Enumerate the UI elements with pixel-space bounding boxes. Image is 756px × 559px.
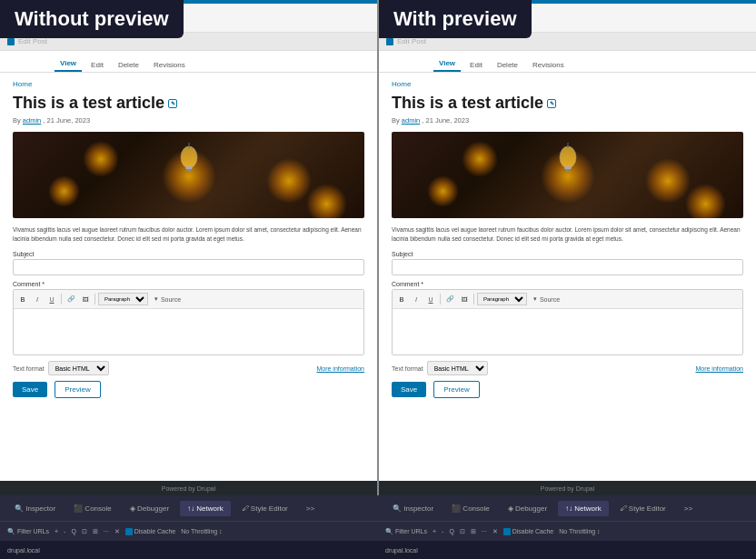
meta-date-left: , 21 June, 2023 xyxy=(43,116,90,125)
devtools-tab-more-left[interactable]: >> xyxy=(299,501,322,516)
article-meta-left: By admin , 21 June, 2023 xyxy=(13,116,364,125)
toolbar-image-right[interactable]: 🖼 xyxy=(458,293,471,305)
tab-delete-right[interactable]: Delete xyxy=(492,58,523,72)
tab-revisions-left[interactable]: Revisions xyxy=(148,58,191,72)
preview-button-left[interactable]: Preview xyxy=(55,381,100,398)
comment-textarea-right[interactable] xyxy=(393,309,742,354)
article-body-left: Vivamus sagittis lacus vel augue laoreet… xyxy=(13,225,364,244)
devtools-tab-console-left[interactable]: ⬛ Console xyxy=(66,501,119,516)
subject-input-right[interactable] xyxy=(392,259,743,275)
cache-checkbox-left xyxy=(125,528,133,535)
devtools-toolbar-left: 🔍 Filter URLs + - Q ⊡ ⊞ ··· ✕ Disable Ca… xyxy=(0,521,378,541)
toolbar-image-left[interactable]: 🖼 xyxy=(79,293,92,305)
filter-url-btn-right[interactable]: 🔍 Filter URLs xyxy=(385,528,427,535)
svg-rect-5 xyxy=(564,166,571,169)
article-meta-right: By admin , 21 June, 2023 xyxy=(392,116,743,125)
devtools-tab-network-left[interactable]: ↑↓ Network xyxy=(180,501,231,516)
toolbar-underline-right[interactable]: U xyxy=(424,293,437,305)
subject-label-right: Subject xyxy=(392,251,743,257)
devtools-tab-more-right[interactable]: >> xyxy=(677,501,700,516)
breadcrumb-right[interactable]: Home xyxy=(392,80,743,88)
svg-rect-1 xyxy=(185,166,192,169)
text-format-select-left[interactable]: Basic HTML xyxy=(48,361,109,375)
article-image-right xyxy=(392,132,743,218)
devtools-minus-right[interactable]: - xyxy=(442,528,443,534)
subject-input-left[interactable] xyxy=(13,259,364,275)
toolbar-bold-right[interactable]: B xyxy=(395,293,408,305)
wp-tabs-left: View Edit Delete Revisions xyxy=(0,51,377,73)
tab-revisions-right[interactable]: Revisions xyxy=(527,58,570,72)
preview-button-right[interactable]: Preview xyxy=(433,381,479,398)
throttle-toggle-left[interactable]: No Throttling ↕ xyxy=(181,528,222,534)
toolbar-sep2-left xyxy=(94,294,95,304)
devtools-tab-inspector-right[interactable]: 🔍 Inspector xyxy=(385,501,441,516)
devtools-more-right[interactable]: ··· xyxy=(482,528,487,534)
more-info-link-left[interactable]: More information xyxy=(316,365,364,372)
meta-date-right: , 21 June, 2023 xyxy=(422,116,469,125)
article-body-right: Vivamus sagittis lacus vel augue laoreet… xyxy=(392,225,743,244)
toolbar-source-left[interactable]: Source xyxy=(164,293,177,305)
tab-view-left[interactable]: View xyxy=(55,56,82,72)
devtools-minus-left[interactable]: - xyxy=(64,528,65,534)
devtools-search-left[interactable]: Q xyxy=(71,528,75,534)
tab-view-right[interactable]: View xyxy=(433,56,461,72)
devtools-expand-left[interactable]: ⊞ xyxy=(93,528,98,535)
format-select-left[interactable]: Paragraph xyxy=(98,293,148,305)
devtools-tab-console-right[interactable]: ⬛ Console xyxy=(444,501,497,516)
disable-cache-toggle-right[interactable]: Disable Cache xyxy=(503,528,554,535)
save-button-right[interactable]: Save xyxy=(392,382,426,397)
toolbar-link-left[interactable]: 🔗 xyxy=(65,293,77,305)
toolbar-italic-left[interactable]: I xyxy=(31,293,44,305)
comment-label-right: Comment * xyxy=(392,281,743,287)
text-format-select-right[interactable]: Basic HTML xyxy=(427,361,488,375)
toolbar-link-right[interactable]: 🔗 xyxy=(443,293,456,305)
tab-delete-left[interactable]: Delete xyxy=(113,58,144,72)
save-button-left[interactable]: Save xyxy=(13,382,47,397)
devtools-tab-inspector-left[interactable]: 🔍 Inspector xyxy=(7,501,63,516)
devtools-close-left[interactable]: ✕ xyxy=(114,528,120,535)
devtools-plus-left[interactable]: + xyxy=(55,528,58,534)
panel-with-preview: With preview Home My account Log out Edi… xyxy=(379,0,756,495)
devtools-tab-debugger-left[interactable]: ◈ Debugger xyxy=(123,501,176,516)
devtools-expand-right[interactable]: ⊞ xyxy=(471,528,476,535)
edit-icon-left[interactable]: ✎ xyxy=(168,99,177,108)
toolbar-underline-left[interactable]: U xyxy=(45,293,58,305)
without-preview-label: Without preview xyxy=(0,0,184,38)
edit-icon-right[interactable]: ✎ xyxy=(547,99,556,108)
powered-text-right: Powered by Drupal xyxy=(541,485,595,492)
breadcrumb-left[interactable]: Home xyxy=(13,80,364,88)
powered-bar-right: Powered by Drupal xyxy=(379,481,756,495)
devtools-tab-network-right[interactable]: ↑↓ Network xyxy=(558,501,609,516)
devtools-tab-debugger-right[interactable]: ◈ Debugger xyxy=(501,501,554,516)
text-format-group-left: Text format Basic HTML xyxy=(13,361,109,375)
cache-label-right: Disable Cache xyxy=(512,528,554,534)
wp-icon-right xyxy=(386,38,393,45)
throttle-toggle-right[interactable]: No Throttling ↕ xyxy=(559,528,600,534)
devtools-grid-right[interactable]: ⊡ xyxy=(460,528,465,535)
toolbar-source-right[interactable]: Source xyxy=(543,293,556,305)
devtools-tab-style-left[interactable]: 🖊 Style Editor xyxy=(234,501,295,516)
format-select-right[interactable]: Paragraph xyxy=(477,293,527,305)
devtools-tab-style-right[interactable]: 🖊 Style Editor xyxy=(612,501,673,516)
devtools-close-right[interactable]: ✕ xyxy=(492,528,498,535)
devtools-plus-right[interactable]: + xyxy=(433,528,436,534)
editor-toolbar-left: B I U 🔗 🖼 Paragraph ▾ Source xyxy=(14,290,363,309)
admin-link-right[interactable]: admin xyxy=(402,116,420,125)
devtools-grid-left[interactable]: ⊡ xyxy=(82,528,87,535)
devtools-more-left[interactable]: ··· xyxy=(104,528,109,534)
toolbar-bold-left[interactable]: B xyxy=(16,293,29,305)
toolbar-italic-right[interactable]: I xyxy=(410,293,423,305)
powered-bar-left: Powered by Drupal xyxy=(0,481,377,495)
disable-cache-toggle-left[interactable]: Disable Cache xyxy=(125,528,176,535)
bulb-svg-right xyxy=(556,141,579,177)
tab-edit-right[interactable]: Edit xyxy=(464,58,488,72)
bulb-glow-3-right xyxy=(645,158,691,204)
devtools-search-right[interactable]: Q xyxy=(449,528,453,534)
filter-url-btn-left[interactable]: 🔍 Filter URLs xyxy=(7,528,49,535)
wp-icon-left xyxy=(7,38,15,45)
admin-link-left[interactable]: admin xyxy=(23,116,41,125)
comment-textarea-left[interactable] xyxy=(14,309,363,354)
more-info-link-right[interactable]: More information xyxy=(695,365,743,372)
tab-edit-left[interactable]: Edit xyxy=(85,58,109,72)
drupal-local-label-left: drupal.local xyxy=(7,547,40,554)
